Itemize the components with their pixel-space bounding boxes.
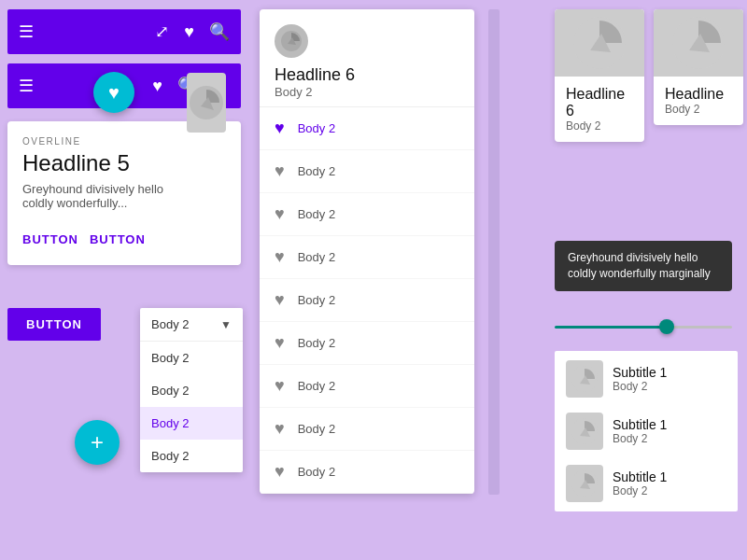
list-item-7[interactable]: ♥ Body 2 xyxy=(260,408,474,451)
list-right-subtitle-1: Subtitle 1 xyxy=(613,417,667,432)
list-item-text-1: Body 2 xyxy=(298,164,335,178)
list-right-item-0[interactable]: Subtitle 1 Body 2 xyxy=(555,351,738,407)
card-image xyxy=(187,73,226,133)
slider-container[interactable] xyxy=(555,315,732,338)
list-item-text-5: Body 2 xyxy=(298,336,335,350)
card-button-1[interactable]: BUTTON xyxy=(22,229,78,250)
raised-button[interactable]: BUTTON xyxy=(7,308,101,341)
card-right-0: Headline 6 Body 2 xyxy=(555,9,644,142)
list-right-subtitle-0: Subtitle 1 xyxy=(613,365,667,380)
search-icon[interactable]: 🔍 xyxy=(209,21,230,42)
list-item-4[interactable]: ♥ Body 2 xyxy=(260,279,474,322)
card-body: Greyhound divisively hello coldly wonder… xyxy=(22,182,187,210)
list-item-3[interactable]: ♥ Body 2 xyxy=(260,236,474,279)
card-overline: OVERLINE xyxy=(22,136,187,147)
list-scroll-shadow xyxy=(488,9,500,495)
list-right-avatar-2 xyxy=(566,465,603,502)
heart-icon-4: ♥ xyxy=(275,290,285,310)
fab-plus-icon: + xyxy=(91,429,104,455)
list-item-text-7: Body 2 xyxy=(298,422,335,436)
list-item-text-3: Body 2 xyxy=(298,250,335,264)
card-button-2[interactable]: BUTTON xyxy=(90,229,146,250)
list-right-body-1: Body 2 xyxy=(613,432,667,445)
app-bar-1: ☰ ⤢ ♥ 🔍 xyxy=(7,9,241,54)
dropdown-option-3[interactable]: Body 2 xyxy=(140,440,243,472)
slider-track xyxy=(555,326,732,329)
card-headline: Headline 5 xyxy=(22,150,187,176)
heart-icon-8: ♥ xyxy=(275,462,285,482)
dropdown-option-1[interactable]: Body 2 xyxy=(140,374,243,407)
list-right-item-1[interactable]: Subtitle 1 Body 2 xyxy=(555,403,738,459)
list-item-5[interactable]: ♥ Body 2 xyxy=(260,322,474,365)
dropdown-selected: Body 2 xyxy=(151,317,189,331)
menu-icon[interactable]: ☰ xyxy=(19,21,34,42)
card-image-right-0 xyxy=(555,9,644,77)
list-right-avatar-0 xyxy=(566,360,603,398)
heart-icon-7: ♥ xyxy=(275,419,285,439)
fab-heart-icon: ♥ xyxy=(108,82,120,104)
dropdown-arrow-icon: ▼ xyxy=(220,318,232,331)
heart-icon-3: ♥ xyxy=(275,247,285,267)
list-headline: Headline 6 xyxy=(275,65,459,85)
list-right-body-0: Body 2 xyxy=(613,380,667,393)
fab-appbar[interactable]: ♥ xyxy=(93,72,134,113)
menu-icon-2[interactable]: ☰ xyxy=(19,76,34,96)
heart-active-icon: ♥ xyxy=(275,119,285,138)
list-item-2[interactable]: ♥ Body 2 xyxy=(260,193,474,236)
list-item-text-0: Body 2 xyxy=(298,121,335,135)
heart-icon[interactable]: ♥ xyxy=(184,22,194,42)
list-avatar xyxy=(275,24,308,58)
card-buttons: BUTTON BUTTON xyxy=(22,229,226,250)
tooltip: Greyhound divisively hello coldly wonder… xyxy=(555,241,732,291)
card-content-right-0: Headline 6 Body 2 xyxy=(555,77,644,142)
list-right-avatar-1 xyxy=(566,413,603,450)
fab-button[interactable]: + xyxy=(75,420,120,465)
card-image-right-1 xyxy=(654,9,743,77)
list-right-body-2: Body 2 xyxy=(613,484,667,497)
dropdown-option-0[interactable]: Body 2 xyxy=(140,342,243,374)
heart-icon-2[interactable]: ♥ xyxy=(152,77,162,96)
slider-thumb[interactable] xyxy=(659,319,674,334)
card-body-right-1: Body 2 xyxy=(665,103,732,116)
card-body-right-0: Body 2 xyxy=(566,119,633,133)
list-right-texts-1: Subtitle 1 Body 2 xyxy=(613,417,667,445)
list-item-text-4: Body 2 xyxy=(298,293,335,307)
list-right-item-2[interactable]: Subtitle 1 Body 2 xyxy=(555,455,738,511)
list-card: Headline 6 Body 2 ♥ Body 2 ♥ Body 2 ♥ Bo… xyxy=(260,9,474,494)
card-right-1: Headline Body 2 xyxy=(654,9,743,125)
heart-icon-6: ♥ xyxy=(275,376,285,396)
card-content-right-1: Headline Body 2 xyxy=(654,77,743,125)
share-icon[interactable]: ⤢ xyxy=(155,21,169,42)
list-item-6[interactable]: ♥ Body 2 xyxy=(260,365,474,408)
list-item-text-6: Body 2 xyxy=(298,379,335,393)
list-item-text-8: Body 2 xyxy=(298,465,335,479)
card-headline-right-0: Headline 6 xyxy=(566,86,633,119)
list-item-text-2: Body 2 xyxy=(298,207,335,221)
list-item-8[interactable]: ♥ Body 2 xyxy=(260,451,474,494)
list-item-0[interactable]: ♥ Body 2 xyxy=(260,107,474,150)
list-body-sub: Body 2 xyxy=(275,85,459,99)
main-card: OVERLINE Headline 5 Greyhound divisively… xyxy=(7,121,241,265)
list-card-header: Headline 6 Body 2 xyxy=(260,9,474,107)
list-item-1[interactable]: ♥ Body 2 xyxy=(260,150,474,193)
dropdown: Body 2 ▼ Body 2 Body 2 Body 2 Body 2 xyxy=(140,308,243,472)
tooltip-text: Greyhound divisively hello coldly wonder… xyxy=(568,251,711,280)
list-right-subtitle-2: Subtitle 1 xyxy=(613,469,667,484)
dropdown-header[interactable]: Body 2 ▼ xyxy=(140,308,243,342)
heart-icon-2: ♥ xyxy=(275,204,285,224)
card-headline-right-1: Headline xyxy=(665,86,732,103)
list-right-texts-2: Subtitle 1 Body 2 xyxy=(613,469,667,497)
dropdown-option-2[interactable]: Body 2 xyxy=(140,407,243,440)
heart-icon-1: ♥ xyxy=(275,161,285,181)
heart-icon-5: ♥ xyxy=(275,333,285,353)
list-right-texts-0: Subtitle 1 Body 2 xyxy=(613,365,667,393)
